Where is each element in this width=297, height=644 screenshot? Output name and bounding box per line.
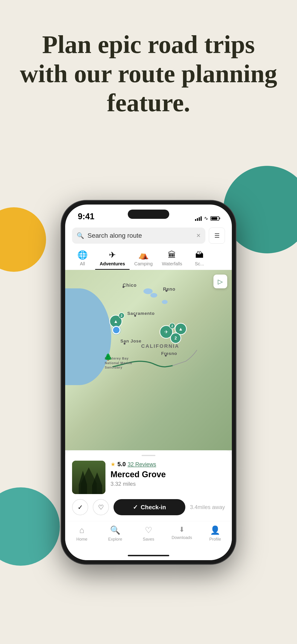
nav-downloads-label: Downloads [172,535,192,540]
pin-count-4: 2 [170,332,181,344]
card-actions: ✓ ♡ ✓ Check-in 3.4miles away [72,499,225,515]
signal-bars-icon [195,216,202,221]
map-area[interactable]: Chico Reno Sacramento San Jose Fresno CA… [65,270,232,450]
tab-scenic[interactable]: 🏔 Sc... [187,248,212,270]
phone-mockup: 9:41 ∿ 🔍 Se [61,200,236,564]
tab-scenic-label: Sc... [195,261,204,266]
filter-icon: ☰ [214,232,220,239]
nav-home[interactable]: ⌂ Home [65,526,98,542]
checkin-label: Check-in [141,504,166,511]
card-distance: 3.32 miles [110,481,225,487]
route-svg [65,270,232,450]
search-bar-container: 🔍 Search along route ✕ ☰ [65,224,232,247]
card-title: Merced Grove [110,470,225,479]
phone-frame: 9:41 ∿ 🔍 Se [61,200,236,564]
label-san-jose: San Jose [120,338,141,344]
status-time: 9:41 [78,212,94,221]
downloads-nav-icon: ⬇ [179,526,185,534]
tab-camping-label: Camping [134,261,153,266]
compass-icon: ▷ [218,278,223,286]
category-tabs: 🌐 All ✈ Adventures ⛺ Camping 🏛 Waterfall… [65,247,232,270]
rating-number: 5.0 [118,461,126,468]
nav-profile-label: Profile [209,537,221,542]
star-icon: ★ [110,461,116,468]
checkin-button[interactable]: ✓ Check-in [114,499,185,515]
nav-explore-label: Explore [108,537,122,542]
saves-nav-icon: ♡ [145,526,152,535]
tab-all-label: All [80,261,85,266]
compass-button[interactable]: ▷ [214,274,227,288]
tab-camping[interactable]: ⛺ Camping [130,248,157,270]
card-handle [142,455,156,456]
nav-home-label: Home [76,537,87,542]
nav-explore[interactable]: 🔍 Explore [98,526,132,542]
nav-downloads[interactable]: ⬇ Downloads [165,526,198,540]
current-location [112,326,120,334]
dot-chico [122,286,124,288]
camping-icon: ⛺ [138,250,149,260]
decorative-circle-yellow [0,207,46,272]
checkmark-button[interactable]: ✓ [72,499,88,515]
search-bar[interactable]: 🔍 Search along route ✕ [72,228,205,244]
explore-nav-icon: 🔍 [110,526,120,535]
card-rating: ★ 5.0 32 Reviews [110,461,225,468]
review-link[interactable]: 32 Reviews [128,461,156,468]
decorative-circle-teal-bottom [0,488,60,566]
card-content: ★ 5.0 32 Reviews Merced Grove 3.32 miles [72,461,225,494]
card-info: ★ 5.0 32 Reviews Merced Grove 3.32 miles [110,461,225,487]
heart-icon: ♡ [98,504,104,511]
wifi-icon: ∿ [204,215,208,221]
pin-number-4[interactable]: 2 [170,332,181,344]
tab-adventures-label: Adventures [100,261,125,266]
nav-saves[interactable]: ♡ Saves [132,526,165,542]
search-icon: 🔍 [77,232,84,239]
checkin-icon: ✓ [133,504,138,511]
dot-reno [166,290,168,292]
bottom-card: ★ 5.0 32 Reviews Merced Grove 3.32 miles… [65,450,232,521]
home-nav-icon: ⌂ [80,526,84,535]
card-image [72,461,106,494]
pin-badge-1: 2 [118,312,124,318]
tree-icon: 🌲 [104,353,112,361]
adventures-icon: ✈ [109,250,116,260]
phone-screen: 9:41 ∿ 🔍 Se [65,204,232,560]
tab-adventures[interactable]: ✈ Adventures [95,248,130,270]
profile-nav-icon: 👤 [210,526,220,535]
status-icons: ∿ [195,215,219,221]
dot-sacramento [134,315,136,317]
filter-button[interactable]: ☰ [209,228,225,244]
hero-section: Plan epic road trips with our route plan… [0,30,297,118]
label-chico: Chico [123,282,137,288]
nav-profile[interactable]: 👤 Profile [198,526,232,542]
dot-san-jose [124,343,126,344]
tab-waterfalls-label: Waterfalls [162,261,182,266]
label-fresno: Fresno [161,351,177,356]
nav-saves-label: Saves [143,537,154,542]
search-input[interactable]: Search along route [88,232,193,239]
favorite-button[interactable]: ♡ [93,499,109,515]
battery-icon [210,216,219,221]
label-sacramento: Sacramento [127,311,155,316]
search-clear-icon[interactable]: ✕ [196,232,201,239]
home-bar [128,555,169,556]
scenic-icon: 🏔 [195,250,204,260]
dynamic-island [128,210,169,219]
bottom-nav: ⌂ Home 🔍 Explore ♡ Saves ⬇ Downloads 👤 [65,521,232,551]
all-icon: 🌐 [77,250,88,260]
tab-all[interactable]: 🌐 All [70,248,95,270]
distance-away: 3.4miles away [190,504,225,510]
checkmark-icon: ✓ [78,504,83,511]
tab-waterfalls[interactable]: 🏛 Waterfalls [157,248,187,270]
pin-badge-2: 2 [169,323,175,329]
waterfalls-icon: 🏛 [168,250,176,260]
home-indicator [65,551,232,560]
hero-title: Plan epic road trips with our route plan… [18,30,278,118]
label-reno: Reno [163,286,176,292]
label-california: CALIFORNIA [141,343,179,349]
dot-fresno [165,355,167,356]
